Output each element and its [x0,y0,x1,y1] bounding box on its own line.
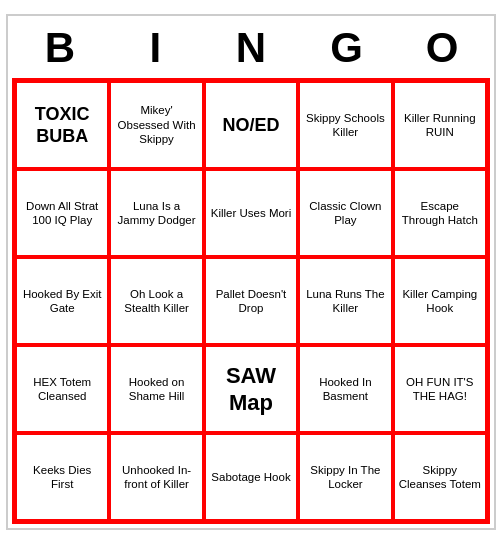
bingo-cell-r2c2[interactable]: Luna Is a Jammy Dodger [109,169,203,257]
bingo-cell-r1c1[interactable]: TOXIC BUBA [15,81,109,169]
bingo-cell-r5c2[interactable]: Unhooked In-front of Killer [109,433,203,521]
bingo-cell-r4c4[interactable]: Hooked In Basment [298,345,392,433]
bingo-cell-r5c4[interactable]: Skippy In The Locker [298,433,392,521]
bingo-cell-r2c1[interactable]: Down All Strat 100 IQ Play [15,169,109,257]
bingo-cell-r2c5[interactable]: Escape Through Hatch [393,169,487,257]
bingo-cell-r5c3[interactable]: Sabotage Hook [204,433,298,521]
bingo-cell-r1c2[interactable]: Mikey' Obsessed With Skippy [109,81,203,169]
bingo-cell-r1c3[interactable]: NO/ED [204,81,298,169]
bingo-letter-n: N [203,20,299,76]
bingo-grid: TOXIC BUBAMikey' Obsessed With SkippyNO/… [12,78,490,524]
bingo-cell-r2c4[interactable]: Classic Clown Play [298,169,392,257]
bingo-cell-r3c3[interactable]: Pallet Doesn't Drop [204,257,298,345]
bingo-cell-r2c3[interactable]: Killer Uses Mori [204,169,298,257]
bingo-letter-o: O [394,20,490,76]
bingo-cell-r4c5[interactable]: OH FUN IT'S THE HAG! [393,345,487,433]
bingo-header: BINGO [12,20,490,76]
bingo-letter-g: G [299,20,395,76]
bingo-letter-i: I [108,20,204,76]
bingo-cell-r3c5[interactable]: Killer Camping Hook [393,257,487,345]
bingo-cell-r3c1[interactable]: Hooked By Exit Gate [15,257,109,345]
bingo-cell-r5c1[interactable]: Keeks Dies First [15,433,109,521]
bingo-cell-r4c1[interactable]: HEX Totem Cleansed [15,345,109,433]
bingo-cell-r4c2[interactable]: Hooked on Shame Hill [109,345,203,433]
bingo-cell-r4c3[interactable]: SAW Map [204,345,298,433]
bingo-cell-r1c5[interactable]: Killer Running RUIN [393,81,487,169]
bingo-cell-r3c4[interactable]: Luna Runs The Killer [298,257,392,345]
bingo-letter-b: B [12,20,108,76]
bingo-card: BINGO TOXIC BUBAMikey' Obsessed With Ski… [6,14,496,530]
bingo-cell-r1c4[interactable]: Skippy Schools Killer [298,81,392,169]
bingo-cell-r5c5[interactable]: Skippy Cleanses Totem [393,433,487,521]
bingo-cell-r3c2[interactable]: Oh Look a Stealth Killer [109,257,203,345]
